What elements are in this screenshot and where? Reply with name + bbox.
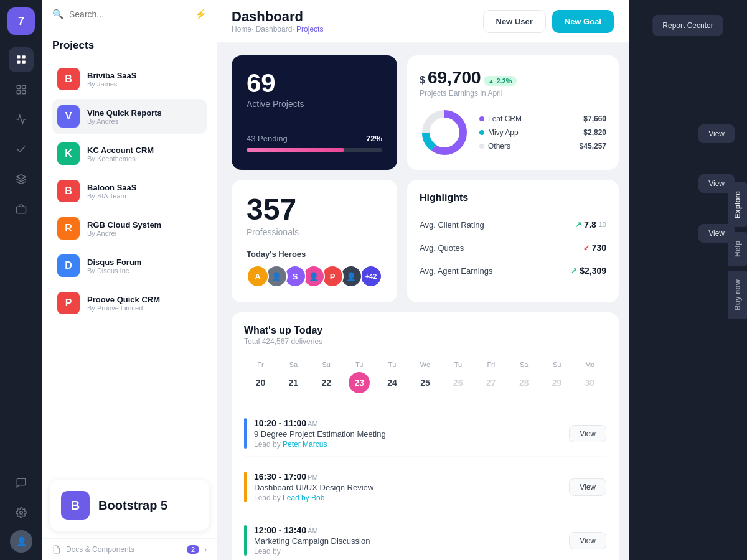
docs-count: 2 <box>187 545 199 554</box>
donut-chart <box>420 108 469 157</box>
calendar-section: What's up Today Total 424,567 deliveries… <box>232 312 619 560</box>
new-goal-button[interactable]: New Goal <box>552 10 614 33</box>
cal-day-num: 27 <box>481 372 502 393</box>
sidebar-icon-settings[interactable] <box>9 500 34 525</box>
sidebar-icon-check[interactable] <box>9 137 34 162</box>
sidebar-icon-dashboard[interactable] <box>9 47 34 72</box>
event-lead-link[interactable]: Lead by Bob <box>283 493 324 502</box>
top-header: Dashboard Home· Dashboard· Projects New … <box>217 0 629 43</box>
svg-rect-0 <box>17 55 20 58</box>
stats-pending-pct: 72% <box>366 134 382 143</box>
event-bar <box>244 418 247 449</box>
sidebar-icon-layers[interactable] <box>9 167 34 192</box>
project-item[interactable]: K KC Account CRM By Keenthemes <box>52 136 207 171</box>
project-by: By SIA Team <box>87 192 136 200</box>
right-tab-buynow[interactable]: Buy now <box>728 271 747 319</box>
project-item[interactable]: V Vine Quick Reports By Andres <box>52 99 207 134</box>
cal-day-name: Su <box>312 361 341 368</box>
project-logo: R <box>57 217 80 240</box>
legend-item: Leaf CRM $7,660 <box>479 114 606 123</box>
docs-bar[interactable]: Docs & Components 2 › <box>42 538 217 560</box>
trend-icon: ↙ <box>583 243 590 252</box>
earnings-label: Projects Earnings in April <box>420 89 606 98</box>
filter-icon[interactable]: ⚡ <box>195 9 207 20</box>
cal-day-name: Mo <box>576 361 604 368</box>
left-panel: 🔍 ⚡ Projects B Briviba SaaS By James V V… <box>42 0 217 560</box>
cal-day-name: Tu <box>378 361 406 368</box>
app-avatar[interactable]: 7 <box>7 7 35 35</box>
project-item[interactable]: P Proove Quick CRM By Proove Limited <box>52 286 207 320</box>
donut-section: Leaf CRM $7,660 Mivy App $2,820 Others $… <box>420 108 606 157</box>
sidebar-icon-briefcase[interactable] <box>9 197 34 222</box>
event-view-button[interactable]: View <box>569 532 606 549</box>
legend-name: Leaf CRM <box>488 114 522 123</box>
highlight-number: 7.8 <box>584 220 596 230</box>
cal-day-num: 21 <box>283 372 304 393</box>
view-button-2[interactable]: View <box>698 174 735 193</box>
calendar-day[interactable]: Su 29 <box>540 356 573 398</box>
highlight-value: ↗ 7.8 10 <box>575 220 606 230</box>
project-info: Baloon SaaS By SIA Team <box>87 183 136 200</box>
user-avatar[interactable]: 👤 <box>10 530 32 553</box>
cal-day-name: Su <box>543 361 571 368</box>
highlight-row: Avg. Agent Earnings ↗ $2,309 <box>420 259 606 282</box>
project-by: By Andrei <box>87 230 161 237</box>
sidebar-icon-chart[interactable] <box>9 107 34 132</box>
stats-pending-label: 43 Pending <box>247 134 288 143</box>
calendar-day[interactable]: Su 22 <box>310 356 343 398</box>
project-info: RGB Cloud System By Andrei <box>87 220 161 237</box>
view-button-3[interactable]: View <box>698 224 735 243</box>
event-info: 10:20 - 11:00AM 9 Degree Project Estimat… <box>254 418 561 449</box>
sidebar-narrow: 7 👤 <box>0 0 42 560</box>
project-item[interactable]: B Baloon SaaS By SIA Team <box>52 174 207 208</box>
event-bar <box>244 525 247 556</box>
report-center-button[interactable]: Report Cecnter <box>652 15 723 36</box>
project-item[interactable]: B Briviba SaaS By James <box>52 62 207 96</box>
svg-rect-7 <box>22 91 26 94</box>
svg-rect-3 <box>22 61 26 64</box>
highlights-card: Highlights Avg. Client Rating ↗ 7.8 10 A… <box>407 180 619 302</box>
calendar-day[interactable]: We 25 <box>409 356 442 398</box>
breadcrumb-active: Projects <box>296 25 323 34</box>
search-input[interactable] <box>69 9 190 19</box>
calendar-day[interactable]: Fr 20 <box>244 356 277 398</box>
svg-rect-6 <box>17 91 20 94</box>
event-lead-link[interactable]: Peter Marcus <box>283 440 327 449</box>
new-user-button[interactable]: New User <box>483 10 546 33</box>
heroes-avatars: A👤S👤P👤+42 <box>247 265 382 287</box>
progress-bar-wrap <box>247 148 382 152</box>
legend-value: $7,660 <box>583 114 606 123</box>
cal-day-num: 23 <box>349 372 370 393</box>
sidebar-icon-message[interactable] <box>9 470 34 495</box>
calendar-day[interactable]: Mo 30 <box>573 356 606 398</box>
cal-day-num: 24 <box>382 372 403 393</box>
sidebar-icon-grid[interactable] <box>9 77 34 102</box>
header-actions: New User New Goal <box>483 10 614 33</box>
svg-rect-1 <box>22 55 26 58</box>
project-logo: K <box>57 142 80 165</box>
hero-avatar: A <box>247 265 269 287</box>
project-item[interactable]: R RGB Cloud System By Andrei <box>52 211 207 246</box>
highlight-label: Avg. Agent Earnings <box>420 266 493 276</box>
cal-day-num: 30 <box>580 372 601 393</box>
calendar-day[interactable]: Tu 24 <box>376 356 409 398</box>
event-view-button[interactable]: View <box>569 478 606 496</box>
calendar-day[interactable]: Tu 26 <box>441 356 474 398</box>
event-ampm: PM <box>308 474 318 481</box>
project-item[interactable]: D Disqus Forum By Disqus Inc. <box>52 248 207 283</box>
view-button-1[interactable]: View <box>698 124 735 143</box>
svg-rect-5 <box>22 85 26 88</box>
highlights-list: Avg. Client Rating ↗ 7.8 10 Avg. Quotes … <box>420 213 606 282</box>
earnings-card: $ 69,700 ▲ 2.2% Projects Earnings in Apr… <box>407 55 619 170</box>
event-view-button[interactable]: View <box>569 425 606 442</box>
stats-label: Active Projects <box>247 99 382 109</box>
calendar-day[interactable]: Sa 28 <box>507 356 540 398</box>
calendar-day[interactable]: Sa 21 <box>277 356 310 398</box>
project-by: By Andres <box>87 118 162 125</box>
calendar-day[interactable]: Fri 27 <box>474 356 507 398</box>
legend-dot <box>479 116 484 121</box>
header-left: Dashboard Home· Dashboard· Projects <box>232 9 323 34</box>
svg-rect-9 <box>17 207 26 213</box>
calendar-day[interactable]: Tu 23 <box>343 356 376 398</box>
event-item: 10:20 - 11:00AM 9 Degree Project Estimat… <box>244 411 606 457</box>
